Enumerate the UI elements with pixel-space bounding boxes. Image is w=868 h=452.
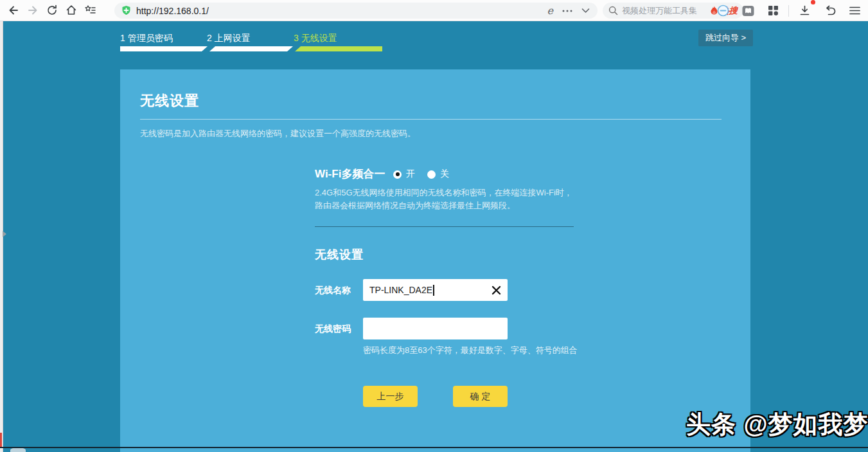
router-setup-page: 1 管理员密码 2 上网设置 3 无线设置 跳过向导 > 无线设置 无线密码是加… bbox=[0, 21, 868, 452]
menu-icon[interactable] bbox=[845, 2, 864, 20]
status-bubble bbox=[10, 447, 26, 452]
radio-off[interactable]: 关 bbox=[427, 168, 449, 180]
wifi-merge-radio-group: 开 关 bbox=[393, 168, 449, 180]
chevron-down-icon[interactable] bbox=[581, 8, 590, 14]
section-divider bbox=[315, 226, 574, 227]
ssid-label: 无线名称 bbox=[315, 285, 351, 296]
page-title: 无线设置 bbox=[140, 91, 199, 111]
download-icon[interactable] bbox=[795, 2, 814, 20]
password-label: 无线密码 bbox=[315, 323, 351, 335]
back-button[interactable] bbox=[4, 1, 23, 19]
wizard-step-admin-password[interactable]: 1 管理员密码 bbox=[120, 33, 173, 44]
reading-mode-icon[interactable] bbox=[738, 2, 757, 20]
wizard-progress-bar-1 bbox=[120, 46, 208, 51]
previous-step-button[interactable]: 上一步 bbox=[363, 386, 418, 407]
apps-grid-icon[interactable] bbox=[763, 2, 783, 20]
wizard-progress-bar-2 bbox=[209, 46, 293, 51]
skip-wizard-button[interactable]: 跳过向导 > bbox=[698, 30, 753, 46]
home-button[interactable] bbox=[62, 1, 81, 19]
clear-input-icon[interactable] bbox=[492, 285, 501, 295]
title-divider bbox=[140, 119, 722, 120]
text-caret bbox=[433, 285, 434, 296]
wizard-step-internet-settings[interactable]: 2 上网设置 bbox=[207, 33, 251, 44]
download-badge bbox=[811, 0, 815, 5]
reload-button[interactable] bbox=[42, 1, 62, 19]
forward-button[interactable] bbox=[23, 1, 42, 19]
wifi-merge-description-line2: 路由器会根据网络情况自动为终端选择最佳上网频段。 bbox=[315, 200, 515, 212]
wizard-step-wireless-settings[interactable]: 3 无线设置 bbox=[294, 33, 337, 44]
strip-red-mark bbox=[0, 433, 2, 447]
browser-toolbar: http://192.168.0.1/ e 视频处理万能工具集 热搜 bbox=[0, 0, 868, 21]
favorites-list-button[interactable] bbox=[81, 1, 100, 19]
content-panel bbox=[120, 69, 750, 452]
page-description: 无线密码是加入路由器无线网络的密码，建议设置一个高强度的无线密码。 bbox=[140, 128, 416, 140]
bottom-edge-line bbox=[0, 447, 868, 448]
confirm-button[interactable]: 确 定 bbox=[453, 386, 508, 407]
more-options-icon[interactable] bbox=[562, 9, 572, 13]
wizard-progress-bar-3 bbox=[295, 46, 382, 51]
wifi-merge-description-line1: 2.4G和5G无线网络使用相同的无线名称和密码，在终端连接Wi-Fi时， bbox=[315, 187, 572, 199]
ssid-input[interactable]: TP-LINK_DA2E bbox=[363, 279, 508, 301]
radio-off-circle-icon[interactable] bbox=[427, 170, 436, 179]
toolbar-divider bbox=[788, 5, 789, 17]
password-input[interactable] bbox=[363, 318, 508, 339]
address-bar[interactable]: http://192.168.0.1/ e bbox=[114, 3, 598, 19]
radio-on-label: 开 bbox=[406, 168, 415, 180]
undo-icon[interactable] bbox=[820, 2, 839, 20]
watermark: 头条 @梦如我梦 bbox=[686, 408, 868, 441]
radio-on-circle-icon[interactable] bbox=[393, 170, 402, 179]
ie-mode-icon[interactable]: e bbox=[547, 6, 553, 16]
ssid-value: TP-LINK_DA2E bbox=[369, 285, 432, 295]
site-safety-shield-icon[interactable] bbox=[121, 5, 132, 16]
url-text: http://192.168.0.1/ bbox=[136, 6, 547, 16]
screen: http://192.168.0.1/ e 视频处理万能工具集 热搜 bbox=[0, 0, 868, 452]
radio-off-label: 关 bbox=[440, 168, 449, 180]
search-placeholder: 视频处理万能工具集 bbox=[622, 5, 710, 17]
adblock-icon[interactable] bbox=[713, 2, 732, 20]
radio-on[interactable]: 开 bbox=[393, 168, 415, 180]
side-panel-handle-icon[interactable] bbox=[3, 231, 6, 237]
wifi-merge-label: Wi-Fi多频合一 bbox=[315, 167, 385, 181]
password-hint: 密码长度为8至63个字符，最好是数字、字母、符号的组合 bbox=[363, 345, 578, 356]
search-icon bbox=[608, 6, 618, 15]
wireless-section-title: 无线设置 bbox=[315, 247, 364, 262]
